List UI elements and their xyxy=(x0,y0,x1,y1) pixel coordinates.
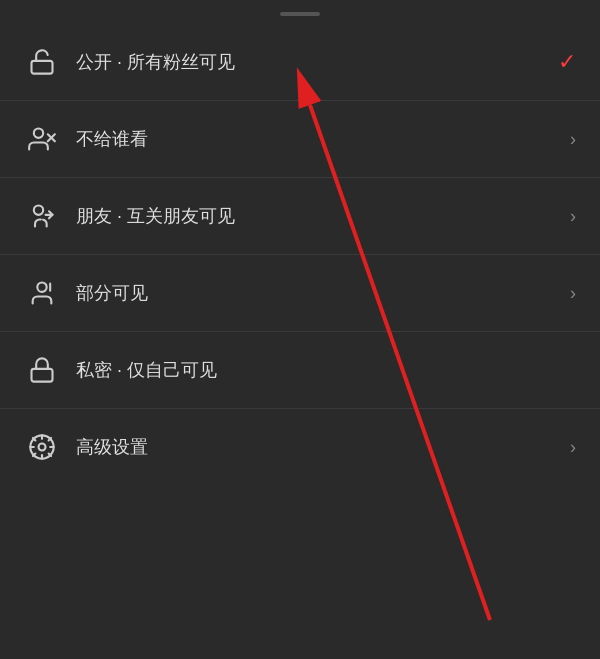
drag-handle xyxy=(0,0,600,24)
svg-point-5 xyxy=(37,283,46,292)
menu-item-advanced[interactable]: 高级设置 › xyxy=(0,409,600,485)
menu-item-partial[interactable]: 部分可见 › xyxy=(0,255,600,332)
person-partial-icon xyxy=(24,275,60,311)
settings-circle-icon xyxy=(24,429,60,465)
chevron-right-icon: › xyxy=(570,206,576,227)
svg-rect-0 xyxy=(32,61,53,74)
menu-item-friends-label: 朋友 · 互关朋友可见 xyxy=(76,204,570,228)
lock-open-icon xyxy=(24,44,60,80)
menu-item-private[interactable]: 私密 · 仅自己可见 xyxy=(0,332,600,409)
svg-point-1 xyxy=(34,129,43,138)
person-exclude-icon xyxy=(24,121,60,157)
check-icon: ✓ xyxy=(558,49,576,75)
menu-item-exclude-label: 不给谁看 xyxy=(76,127,570,151)
menu-item-exclude[interactable]: 不给谁看 › xyxy=(0,101,600,178)
person-mutual-icon xyxy=(24,198,60,234)
svg-point-9 xyxy=(39,444,46,451)
menu-item-partial-label: 部分可见 xyxy=(76,281,570,305)
chevron-right-icon: › xyxy=(570,283,576,304)
menu-item-private-label: 私密 · 仅自己可见 xyxy=(76,358,576,382)
chevron-right-icon: › xyxy=(570,437,576,458)
svg-point-4 xyxy=(34,206,43,215)
lock-closed-icon xyxy=(24,352,60,388)
svg-rect-7 xyxy=(32,369,53,382)
menu-item-friends[interactable]: 朋友 · 互关朋友可见 › xyxy=(0,178,600,255)
chevron-right-icon: › xyxy=(570,129,576,150)
menu-item-advanced-label: 高级设置 xyxy=(76,435,570,459)
menu-item-public[interactable]: 公开 · 所有粉丝可见 ✓ xyxy=(0,24,600,101)
menu-list: 公开 · 所有粉丝可见 ✓ 不给谁看 › xyxy=(0,24,600,485)
menu-item-public-label: 公开 · 所有粉丝可见 xyxy=(76,50,558,74)
